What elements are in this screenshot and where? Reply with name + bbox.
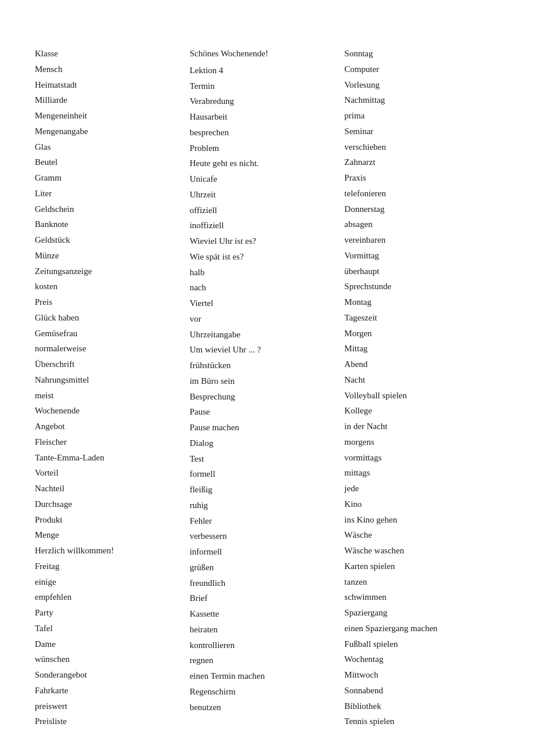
list-item: Banknote	[35, 217, 190, 232]
list-item: Sonntag	[344, 46, 499, 61]
list-item: Verabredung	[190, 94, 345, 109]
list-item: Tafel	[35, 621, 190, 636]
list-item: Viertel	[190, 296, 345, 311]
list-item: halb	[190, 265, 345, 280]
list-item: Sonnabend	[344, 683, 499, 698]
list-item: Brief	[190, 591, 345, 606]
list-item: im Büro sein	[190, 374, 345, 388]
list-item: Dame	[35, 637, 190, 651]
list-item: Unicafe	[190, 172, 345, 186]
list-item: Angebot	[35, 419, 190, 434]
list-item: informell	[190, 545, 345, 559]
list-item: Pause machen	[190, 420, 345, 435]
list-item: jede	[344, 481, 499, 496]
list-item: inoffiziell	[190, 218, 345, 233]
list-item: überhaupt	[344, 264, 499, 279]
list-item: Kino	[344, 497, 499, 512]
list-item: Hausarbeit	[190, 110, 345, 124]
list-item: Heute geht es nicht.	[190, 156, 345, 171]
list-item: Tante-Emma-Laden	[35, 451, 190, 465]
list-item: tanzen	[344, 575, 499, 589]
list-item: Besprechung	[190, 390, 345, 404]
list-item: Bibliothek	[344, 699, 499, 714]
list-item: regnen	[190, 653, 345, 668]
list-item: prima	[344, 109, 499, 123]
column-2: Schönes Wochenende!Lektion 4TerminVerabr…	[190, 46, 345, 729]
list-item: Gramm	[35, 171, 190, 185]
list-item: freundlich	[190, 576, 345, 591]
list-item: Vormittag	[344, 249, 499, 263]
list-item: Test	[190, 452, 345, 466]
list-item: einige	[35, 575, 190, 589]
column-1: KlasseMenschHeimatstadtMilliardeMengenei…	[35, 46, 190, 729]
list-item: Mengenangabe	[35, 124, 190, 139]
list-item: formell	[190, 467, 345, 481]
list-item: empfehlen	[35, 590, 190, 604]
list-item: Freitag	[35, 559, 190, 574]
list-item: Preis	[35, 295, 190, 309]
list-item: Beutel	[35, 155, 190, 170]
word-columns: KlasseMenschHeimatstadtMilliardeMengenei…	[35, 46, 499, 729]
list-item: Zahnarzt	[344, 155, 499, 170]
list-item: Wieviel Uhr ist es?	[190, 234, 345, 249]
list-item: Regenschirm	[190, 685, 345, 699]
list-item: Menge	[35, 528, 190, 542]
list-item: wünschen	[35, 652, 190, 667]
list-item: Milliarde	[35, 93, 190, 107]
list-item: besprechen	[190, 125, 345, 140]
list-item: mittags	[344, 466, 499, 480]
list-item: Nahrungsmittel	[35, 373, 190, 387]
list-item: Geldstück	[35, 233, 190, 247]
list-item: Klasse	[35, 46, 190, 61]
list-item: Münze	[35, 249, 190, 263]
list-item: Lektion 4	[190, 63, 345, 78]
list-item: Vorlesung	[344, 78, 499, 92]
list-item: grüßen	[190, 560, 345, 575]
list-item: vormittags	[344, 451, 499, 465]
list-item: Spaziergang	[344, 606, 499, 620]
list-item: vor	[190, 312, 345, 326]
list-item: einen Termin machen	[190, 669, 345, 683]
list-item: Mittag	[344, 341, 499, 356]
list-item: Abend	[344, 357, 499, 372]
list-item: Zeitungsanzeige	[35, 264, 190, 279]
list-item: Party	[35, 606, 190, 620]
list-item: Produkt	[35, 513, 190, 527]
list-item: verschieben	[344, 140, 499, 154]
list-item: Dialog	[190, 436, 345, 451]
list-item: morgens	[344, 435, 499, 449]
list-item: Herzlich willkommen!	[35, 543, 190, 558]
list-item: Sonderangebot	[35, 668, 190, 682]
list-item: Nacht	[344, 373, 499, 387]
list-item: Kollege	[344, 404, 499, 418]
list-item: kosten	[35, 279, 190, 294]
list-item: Wie spät ist es?	[190, 250, 345, 264]
list-item: Uhrzeitangabe	[190, 327, 345, 342]
list-item: Um wieviel Uhr ... ?	[190, 343, 345, 357]
list-item: Wochentag	[344, 652, 499, 667]
list-item: in der Nacht	[344, 419, 499, 434]
list-item: Glück haben	[35, 311, 190, 325]
list-item: Wäsche waschen	[344, 543, 499, 558]
list-item: Schönes Wochenende!	[190, 46, 345, 61]
list-item: Liter	[35, 186, 190, 201]
list-item: ruhig	[190, 498, 345, 513]
list-item: normalerweise	[35, 341, 190, 356]
list-item: Überschrift	[35, 357, 190, 372]
list-item: Fehler	[190, 514, 345, 528]
list-item: Geldschein	[35, 202, 190, 217]
list-item: Uhrzeit	[190, 188, 345, 202]
list-item: einen Spaziergang machen	[344, 621, 499, 636]
list-item: schwimmen	[344, 590, 499, 604]
list-item: Seminar	[344, 124, 499, 139]
list-item: fleißig	[190, 483, 345, 497]
list-item: Gemüsefrau	[35, 326, 190, 341]
list-item: Wochenende	[35, 404, 190, 418]
column-3: SonntagComputerVorlesungNachmittagprimaS…	[344, 46, 499, 729]
list-item: verbessern	[190, 529, 345, 543]
list-item: Pause	[190, 405, 345, 419]
list-item: offiziell	[190, 203, 345, 218]
list-item: Tageszeit	[344, 311, 499, 325]
list-item: Nachmittag	[344, 93, 499, 107]
list-item: Fußball spielen	[344, 637, 499, 651]
